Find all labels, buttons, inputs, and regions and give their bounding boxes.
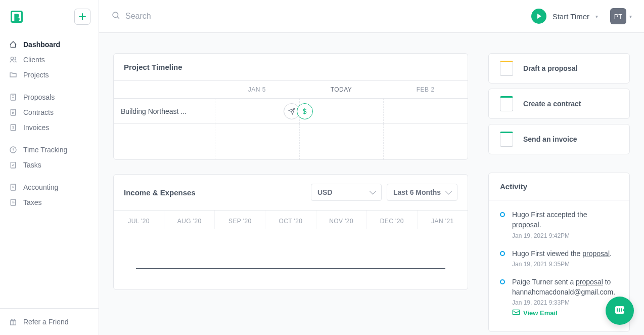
timeline-project-row[interactable]: Building Northeast ... $ xyxy=(114,99,468,124)
mail-icon xyxy=(512,309,520,317)
activity-title: Activity xyxy=(489,173,629,200)
add-button[interactable] xyxy=(74,9,90,25)
month-label: SEP '20 xyxy=(215,211,265,229)
percent-doc-icon: % xyxy=(9,198,17,206)
chat-icon xyxy=(613,304,627,318)
activity-item: Hugo First accepted the proposal. Jan 19… xyxy=(500,210,618,239)
view-email-link[interactable]: View Email xyxy=(512,309,558,317)
currency-select[interactable]: USD xyxy=(311,184,382,201)
sidebar-item-label: Clients xyxy=(23,56,45,64)
folder-icon xyxy=(9,71,17,79)
activity-time: Jan 19, 2021 9:33PM xyxy=(512,299,618,306)
project-timeline-card: Project Timeline JAN 5 TODAY FEB 2 Build… xyxy=(113,53,468,160)
user-menu[interactable]: PT ▾ xyxy=(604,8,632,24)
invoice-icon xyxy=(498,131,515,148)
sidebar-item-label: Projects xyxy=(23,71,49,79)
check-doc-icon xyxy=(9,161,17,169)
start-timer-button[interactable]: Start Timer ▾ xyxy=(531,9,598,24)
month-label: AUG '20 xyxy=(164,211,215,229)
logo-icon xyxy=(9,9,24,24)
month-label: OCT '20 xyxy=(265,211,316,229)
svg-point-13 xyxy=(113,12,118,18)
sidebar-item-taxes[interactable]: % Taxes xyxy=(0,195,99,210)
search-wrap xyxy=(111,11,525,22)
svg-point-1 xyxy=(11,57,13,60)
avatar: PT xyxy=(610,8,626,24)
action-draft-proposal[interactable]: Draft a proposal xyxy=(488,53,630,83)
svg-text:$: $ xyxy=(12,185,14,188)
month-label: NOV '20 xyxy=(316,211,367,229)
month-label: JAN '21 xyxy=(418,211,468,229)
activity-text: Hugo First viewed the proposal. xyxy=(512,248,612,259)
content: Project Timeline JAN 5 TODAY FEB 2 Build… xyxy=(99,33,644,335)
doc-lines-icon xyxy=(9,108,17,116)
activity-time: Jan 19, 2021 9:42PM xyxy=(512,232,618,239)
sidebar-item-tasks[interactable]: Tasks xyxy=(0,157,99,173)
search-icon xyxy=(111,11,120,22)
intercom-button[interactable] xyxy=(606,297,634,325)
chart-body xyxy=(114,229,468,289)
card-header: Project Timeline xyxy=(114,54,468,80)
sidebar-item-label: Accounting xyxy=(23,183,58,191)
income-expenses-card: Income & Expenses USD Last 6 Months JUL … xyxy=(113,174,468,290)
action-create-contract[interactable]: Create a contract xyxy=(488,89,630,119)
search-input[interactable] xyxy=(125,12,226,21)
range-select[interactable]: Last 6 Months xyxy=(387,184,457,201)
doc-icon xyxy=(9,93,17,101)
bullet-icon xyxy=(500,212,505,217)
income-title: Income & Expenses xyxy=(124,188,196,197)
timeline-date: TODAY xyxy=(299,81,384,98)
dollar-icon[interactable]: $ xyxy=(297,103,313,119)
activity-time: Jan 19, 2021 9:35PM xyxy=(512,261,612,268)
activity-item: Hugo First viewed the proposal. Jan 19, … xyxy=(500,248,618,268)
timer-label: Start Timer xyxy=(553,12,589,21)
proposal-link[interactable]: proposal xyxy=(576,278,603,286)
chevron-down-icon: ▾ xyxy=(595,14,598,19)
activity-text: Hugo First accepted the proposal. xyxy=(512,210,618,230)
month-label: JUL '20 xyxy=(114,211,164,229)
sidebar-item-label: Dashboard xyxy=(23,40,60,49)
sidebar-item-proposals[interactable]: Proposals xyxy=(0,90,99,105)
clock-icon xyxy=(9,146,17,154)
sidebar-item-projects[interactable]: Projects xyxy=(0,67,99,82)
proposal-link[interactable]: proposal xyxy=(512,221,539,229)
action-send-invoice[interactable]: Send an invoice xyxy=(488,124,630,154)
sidebar-item-clients[interactable]: Clients xyxy=(0,52,99,67)
timeline-empty-area xyxy=(114,124,468,159)
timeline-date: JAN 5 xyxy=(215,81,299,98)
users-icon xyxy=(9,56,17,64)
svg-text:%: % xyxy=(12,201,15,204)
bullet-icon xyxy=(500,251,505,256)
dollar-doc-icon: $ xyxy=(9,123,17,132)
card-header: Income & Expenses USD Last 6 Months xyxy=(114,175,468,211)
action-label: Draft a proposal xyxy=(523,64,577,72)
sidebar-item-dashboard[interactable]: Dashboard xyxy=(0,37,99,52)
main: Start Timer ▾ PT ▾ Project Timeline JAN … xyxy=(99,0,644,335)
proposal-link[interactable]: proposal xyxy=(582,249,610,258)
nav: Dashboard Clients Projects Proposals Con… xyxy=(0,33,99,308)
sidebar-item-time-tracking[interactable]: Time Tracking xyxy=(0,142,99,157)
sidebar-item-invoices[interactable]: $ Invoices xyxy=(0,120,99,135)
sidebar-item-label: Contracts xyxy=(23,108,54,116)
chart-axis xyxy=(136,268,445,269)
gift-icon xyxy=(9,318,17,326)
topbar: Start Timer ▾ PT ▾ xyxy=(99,0,644,33)
sidebar-item-contracts[interactable]: Contracts xyxy=(0,105,99,120)
proposal-icon xyxy=(498,60,515,77)
sidebar-item-accounting[interactable]: $ Accounting xyxy=(0,180,99,195)
project-name: Building Northeast ... xyxy=(114,99,215,123)
activity-item: Paige Turner sent a proposal to hannahcm… xyxy=(500,277,618,318)
home-icon xyxy=(9,40,17,49)
milestone-group: $ xyxy=(284,103,313,119)
activity-text: Paige Turner sent a proposal to hannahcm… xyxy=(512,277,618,298)
refer-label: Refer a Friend xyxy=(23,318,68,326)
bullet-icon xyxy=(500,279,505,284)
sidebar-item-label: Taxes xyxy=(23,198,42,206)
sidebar-item-label: Tasks xyxy=(23,161,41,169)
play-icon xyxy=(531,9,546,24)
chevron-down-icon: ▾ xyxy=(629,14,632,19)
receipt-icon: $ xyxy=(9,183,17,191)
sidebar-item-label: Proposals xyxy=(23,93,55,101)
svg-text:$: $ xyxy=(12,125,14,129)
refer-friend-link[interactable]: Refer a Friend xyxy=(9,318,89,326)
